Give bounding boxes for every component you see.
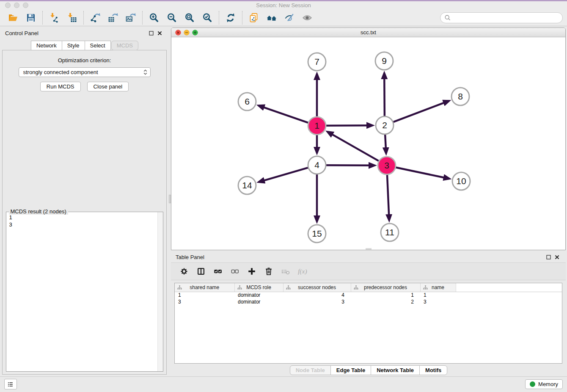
column-header-predecessor-nodes[interactable]: predecessor nodes bbox=[351, 283, 420, 292]
zoom-selected-button[interactable] bbox=[198, 10, 216, 25]
mcds-result-text[interactable]: 1 3 bbox=[6, 212, 163, 371]
graph-node-15[interactable]: 15 bbox=[308, 225, 326, 243]
close-panel-button[interactable] bbox=[155, 29, 164, 37]
table-row[interactable]: 1dominator411 bbox=[175, 292, 562, 298]
clone-network-button[interactable] bbox=[245, 10, 263, 25]
graph-edge-3-1[interactable] bbox=[328, 132, 379, 161]
tab-style[interactable]: Style bbox=[62, 41, 85, 50]
table-cell[interactable]: dominator bbox=[234, 298, 283, 305]
zoom-fit-button[interactable] bbox=[181, 10, 198, 25]
graph-node-4[interactable]: 4 bbox=[308, 156, 326, 174]
tab-network-table[interactable]: Network Table bbox=[371, 365, 420, 375]
control-panel: Control Panel NetworkStyleSelectMCDS Opt… bbox=[0, 26, 169, 376]
graph-edge-4-14[interactable] bbox=[259, 168, 308, 182]
memory-button[interactable]: Memory bbox=[525, 379, 563, 389]
splitter-grip[interactable] bbox=[169, 195, 171, 203]
graph-node-label: 6 bbox=[245, 97, 250, 106]
graph-node-8[interactable]: 8 bbox=[451, 88, 469, 105]
graph-edge-4-3[interactable] bbox=[326, 165, 374, 166]
canvas-grip[interactable] bbox=[366, 248, 372, 250]
graph-edge-2-8[interactable] bbox=[394, 101, 449, 122]
add-column-button[interactable] bbox=[244, 264, 260, 279]
table-cell[interactable]: 4 bbox=[283, 292, 351, 298]
float-table-panel-button[interactable] bbox=[544, 253, 553, 261]
tab-motifs[interactable]: Motifs bbox=[419, 365, 447, 375]
graph-node-label: 2 bbox=[382, 120, 387, 130]
table-tabs: Node TableEdge TableNetwork TableMotifs bbox=[171, 364, 566, 376]
table-cell[interactable]: 2 bbox=[351, 298, 420, 305]
settings-gear-button[interactable] bbox=[176, 264, 192, 279]
result-scrollbar[interactable] bbox=[157, 212, 163, 371]
close-window-button[interactable] bbox=[5, 3, 11, 8]
graph-node-11[interactable]: 11 bbox=[381, 224, 399, 241]
graph-edge-3-11[interactable] bbox=[387, 175, 389, 220]
run-mcds-button[interactable]: Run MCDS bbox=[40, 82, 81, 91]
network-canvas[interactable]: 7968124314101511 bbox=[171, 37, 565, 250]
save-session-button[interactable] bbox=[22, 10, 40, 25]
column-header-MCDS-role[interactable]: MCDS role bbox=[234, 283, 283, 292]
deselect-all-button[interactable] bbox=[227, 264, 243, 279]
zoom-in-button[interactable] bbox=[145, 10, 163, 25]
tab-edge-table[interactable]: Edge Table bbox=[330, 365, 371, 375]
maximize-window-button[interactable] bbox=[23, 3, 28, 8]
tab-select[interactable]: Select bbox=[85, 41, 111, 50]
graph-node-6[interactable]: 6 bbox=[238, 93, 256, 110]
split-columns-button[interactable] bbox=[193, 264, 209, 279]
graph-edge-3-10[interactable] bbox=[396, 168, 449, 179]
graph-node-2[interactable]: 2 bbox=[376, 116, 394, 134]
table-row[interactable]: 3dominator323 bbox=[175, 298, 562, 305]
graph-node-10[interactable]: 10 bbox=[452, 172, 470, 190]
table-cell[interactable]: 3 bbox=[420, 298, 456, 305]
eye-slash-button[interactable] bbox=[281, 10, 298, 25]
zoom-selected-icon bbox=[202, 13, 212, 23]
graph-edge-1-6[interactable] bbox=[259, 105, 308, 122]
graph-node-14[interactable]: 14 bbox=[238, 177, 256, 194]
tab-network[interactable]: Network bbox=[31, 41, 62, 50]
graph-edge-2-3[interactable] bbox=[385, 135, 386, 153]
graph-node-3[interactable]: 3 bbox=[378, 157, 396, 174]
delete-column-button[interactable] bbox=[261, 264, 277, 279]
table-cell[interactable]: 1 bbox=[351, 292, 420, 298]
graph-edge-1-2[interactable] bbox=[326, 125, 372, 126]
open-file-button[interactable] bbox=[4, 10, 22, 25]
task-history-button[interactable] bbox=[4, 379, 17, 389]
add-column-icon bbox=[247, 267, 256, 276]
refresh-layout-button[interactable] bbox=[222, 10, 239, 25]
search-input[interactable] bbox=[453, 14, 559, 21]
graph-edge-2-9[interactable] bbox=[384, 73, 385, 116]
right-column: scc.txt 7968124314101511 Table Panel bbox=[171, 26, 567, 376]
toolbar-separator bbox=[83, 11, 84, 25]
table-cell[interactable]: 3 bbox=[283, 298, 351, 305]
import-network-button[interactable] bbox=[45, 10, 63, 25]
float-panel-button[interactable] bbox=[147, 29, 155, 37]
optimization-criterion-select[interactable]: strongly connected component bbox=[19, 67, 151, 77]
minimize-window-icon[interactable] bbox=[184, 30, 190, 36]
minimize-window-button[interactable] bbox=[14, 3, 19, 8]
tab-node-table[interactable]: Node Table bbox=[290, 365, 331, 375]
import-table-button[interactable] bbox=[63, 10, 81, 25]
export-network-button[interactable] bbox=[86, 10, 104, 25]
houses-button[interactable] bbox=[263, 10, 281, 25]
close-panel-button-mcds[interactable]: Close panel bbox=[87, 82, 129, 91]
select-all-button[interactable] bbox=[210, 264, 226, 279]
delete-table-icon bbox=[281, 267, 290, 276]
panel-splitter[interactable] bbox=[169, 26, 171, 376]
close-window-icon[interactable] bbox=[175, 30, 181, 36]
column-header-shared-name[interactable]: shared name bbox=[175, 283, 234, 292]
graph-node-9[interactable]: 9 bbox=[375, 52, 393, 70]
table-cell[interactable]: 1 bbox=[420, 292, 456, 298]
graph-node-1[interactable]: 1 bbox=[308, 117, 326, 135]
zoom-out-button[interactable] bbox=[163, 10, 181, 25]
tab-mcds[interactable]: MCDS bbox=[111, 41, 138, 50]
column-header-successor-nodes[interactable]: successor nodes bbox=[283, 283, 351, 292]
column-header-name[interactable]: name bbox=[420, 283, 456, 292]
table-cell[interactable]: dominator bbox=[234, 292, 283, 298]
close-table-panel-button[interactable] bbox=[553, 253, 561, 261]
export-image-button[interactable] bbox=[122, 10, 140, 25]
table-cell[interactable]: 1 bbox=[175, 292, 234, 298]
eye-icon bbox=[302, 13, 312, 23]
zoom-window-icon[interactable] bbox=[192, 30, 198, 36]
export-table-button[interactable] bbox=[104, 10, 122, 25]
graph-node-7[interactable]: 7 bbox=[308, 53, 326, 71]
table-cell[interactable]: 3 bbox=[175, 298, 234, 305]
